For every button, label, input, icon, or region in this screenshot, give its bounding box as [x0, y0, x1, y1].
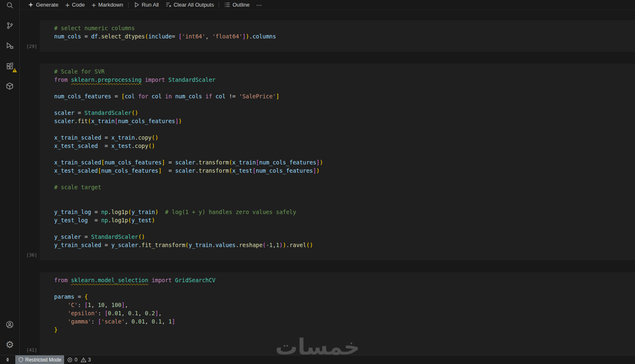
toolbar-separator	[128, 2, 129, 8]
package-cube-icon	[6, 82, 14, 90]
sidebar-item-run-debug[interactable]	[0, 36, 20, 56]
restricted-mode-badge[interactable]: Restricted Mode	[15, 355, 64, 364]
add-markdown-label: Markdown	[98, 2, 123, 8]
clear-all-outputs-label: Clear All Outputs	[174, 2, 214, 8]
notebook-toolbar: Generate + Code + Markdown Run All Clear…	[20, 0, 635, 10]
run-all-icon	[134, 2, 140, 8]
generate-label: Generate	[36, 2, 58, 8]
gear-icon: ⚙	[5, 340, 14, 350]
add-code-button[interactable]: + Code	[62, 0, 88, 10]
remote-icon	[5, 357, 11, 363]
shield-icon	[18, 357, 24, 362]
activity-bar: ⚙	[0, 0, 20, 355]
warning-badge-icon	[12, 68, 17, 73]
error-icon	[67, 357, 73, 363]
notebook-cell[interactable]: [36] # Scale for SVRfrom sklearn.preproc…	[40, 64, 635, 260]
run-debug-icon	[6, 42, 14, 50]
run-all-label: Run All	[142, 2, 159, 8]
outline-label: Outline	[232, 2, 249, 8]
cell-code-editor[interactable]: # select numeric columnsnum_cols = df.se…	[54, 24, 628, 40]
sidebar-item-account[interactable]	[0, 314, 20, 335]
plus-icon: +	[65, 2, 70, 8]
source-control-icon	[6, 22, 14, 29]
sidebar-item-search[interactable]	[0, 0, 20, 15]
generate-button[interactable]: Generate	[24, 0, 62, 10]
run-all-button[interactable]: Run All	[130, 0, 162, 10]
outline-list-icon	[224, 2, 230, 8]
outline-button[interactable]: Outline	[221, 0, 253, 10]
warning-icon	[81, 357, 86, 363]
errors-count: 0	[74, 357, 77, 363]
search-icon	[6, 2, 14, 9]
sparkle-icon	[28, 2, 34, 8]
plus-icon: +	[91, 2, 96, 8]
clear-all-outputs-icon	[165, 2, 172, 8]
more-icon: ⋯	[256, 2, 262, 8]
cell-code-editor[interactable]: from sklearn.model_selection import Grid…	[54, 276, 628, 334]
restricted-mode-label: Restricted Mode	[25, 357, 61, 363]
execution-count: [29]	[22, 44, 37, 49]
problems-indicator[interactable]: 0 3	[64, 355, 95, 364]
sidebar-item-settings[interactable]: ⚙	[0, 335, 20, 355]
toolbar-separator	[219, 2, 219, 8]
warnings-count: 3	[88, 357, 91, 363]
notebook-cell[interactable]: [29] # select numeric columnsnum_cols = …	[40, 20, 635, 52]
add-code-label: Code	[72, 2, 85, 8]
status-bar: Restricted Mode 0 3	[0, 355, 635, 364]
sidebar-item-extensions[interactable]	[0, 56, 20, 76]
clear-all-outputs-button[interactable]: Clear All Outputs	[162, 0, 217, 10]
more-actions-button[interactable]: ⋯	[253, 0, 265, 10]
execution-count: [41]	[22, 347, 37, 353]
notebook-editor: [29] # select numeric columnsnum_cols = …	[20, 10, 635, 355]
sidebar-item-package[interactable]	[0, 76, 20, 96]
sidebar-item-source-control[interactable]	[0, 15, 20, 36]
add-markdown-button[interactable]: + Markdown	[88, 0, 127, 10]
cell-code-editor[interactable]: # Scale for SVRfrom sklearn.preprocessin…	[54, 67, 628, 249]
execution-count: [36]	[22, 252, 37, 258]
account-icon	[6, 321, 14, 328]
remote-indicator[interactable]	[2, 355, 14, 364]
